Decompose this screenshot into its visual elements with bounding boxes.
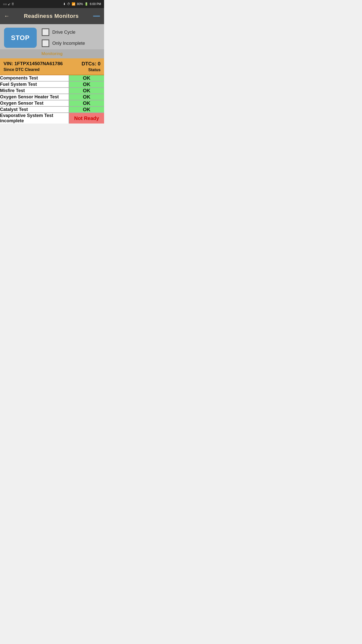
table-row: Catalyst TestOK [0,106,104,113]
table-row: Misfire TestOK [0,88,104,94]
monitoring-label: Monitoring [41,51,63,56]
test-name-cell: Oxygen Sensor Test [0,100,69,106]
status-bar-right: ⬇︎ ⏱ 📶 80% 🔋 6:00 PM [63,2,101,6]
wifi-icon: 📶 [72,2,75,6]
vin-header: VIN: 1FTPX14507NA61786 Since DTC Cleared… [0,58,104,75]
controls-area: STOP Drive Cycle Only Incomplete [0,24,104,49]
alarm-icon: ⏱ [67,2,70,6]
top-nav: ← Readiness Monitors [0,8,104,24]
drive-cycle-label: Drive Cycle [52,30,75,35]
page-title: Readiness Monitors [24,13,79,19]
table-row: Oxygen Sensor Heater TestOK [0,94,104,100]
drive-cycle-row: Drive Cycle [42,28,85,36]
table-row: Evaporative System Test incompleteNot Re… [0,113,104,124]
battery-level: 80% [77,2,83,6]
back-button[interactable]: ← [4,13,10,19]
status-cell: OK [69,100,104,106]
test-name-cell: Misfire Test [0,88,69,94]
test-name-cell: Evaporative System Test incomplete [0,113,69,124]
status-bar-left: ○○ ↙ ⠿ [3,2,14,6]
vin-right: DTCs: 0 Status [81,61,101,72]
status-cell: OK [69,88,104,94]
test-name-cell: Fuel System Test [0,81,69,88]
dtcs-count: DTCs: 0 [81,61,101,67]
status-cell: Not Ready [69,113,104,124]
table-row: Oxygen Sensor TestOK [0,100,104,106]
bluetooth-icon: ⬇︎ [63,2,66,6]
vin-left: VIN: 1FTPX14507NA61786 Since DTC Cleared [4,61,63,72]
status-cell: OK [69,94,104,100]
test-name-cell: Components Test [0,75,69,81]
minimize-button[interactable] [93,16,100,17]
status-cell: OK [69,81,104,88]
table-row: Fuel System TestOK [0,81,104,88]
stop-button[interactable]: STOP [4,28,37,48]
monitor-table: Components TestOKFuel System TestOKMisfi… [0,75,104,124]
battery-icon: 🔋 [84,2,88,6]
only-incomplete-checkbox[interactable] [42,39,49,47]
status-column-label: Status [81,68,101,72]
bottom-spacer [0,124,104,131]
since-dtc-label: Since DTC Cleared [4,67,63,72]
monitoring-bar: Monitoring [0,49,104,58]
clock-time: 6:00 PM [90,2,101,6]
status-cell: OK [69,75,104,81]
status-bar: ○○ ↙ ⠿ ⬇︎ ⏱ 📶 80% 🔋 6:00 PM [0,0,104,8]
only-incomplete-row: Only Incomplete [42,39,85,47]
drive-cycle-checkbox[interactable] [42,28,49,36]
vin-number: VIN: 1FTPX14507NA61786 [4,61,63,66]
test-name-cell: Oxygen Sensor Heater Test [0,94,69,100]
table-row: Components TestOK [0,75,104,81]
only-incomplete-label: Only Incomplete [52,41,85,46]
test-name-cell: Catalyst Test [0,106,69,113]
status-icons: ○○ ↙ ⠿ [3,2,14,6]
checkboxes-container: Drive Cycle Only Incomplete [42,28,85,47]
status-cell: OK [69,106,104,113]
